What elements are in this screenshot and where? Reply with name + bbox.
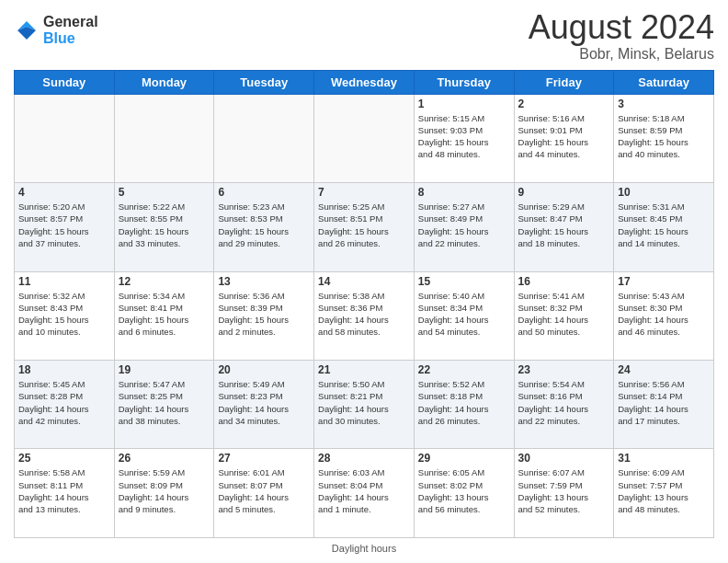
day-number: 29 xyxy=(418,452,510,465)
day-info: Sunrise: 5:54 AM Sunset: 8:16 PM Dayligh… xyxy=(518,378,610,427)
day-number: 10 xyxy=(618,186,710,199)
page: General Blue August 2024 Bobr, Minsk, Be… xyxy=(0,0,728,563)
footer: Daylight hours xyxy=(14,543,714,554)
calendar-day-header: Wednesday xyxy=(314,70,415,94)
day-number: 3 xyxy=(618,98,710,110)
calendar-cell: 5Sunrise: 5:22 AM Sunset: 8:55 PM Daylig… xyxy=(114,183,214,271)
day-info: Sunrise: 5:41 AM Sunset: 8:32 PM Dayligh… xyxy=(518,290,610,339)
day-info: Sunrise: 5:52 AM Sunset: 8:18 PM Dayligh… xyxy=(418,378,510,427)
day-number: 12 xyxy=(119,275,210,288)
calendar-cell: 10Sunrise: 5:31 AM Sunset: 8:45 PM Dayli… xyxy=(614,183,714,271)
day-info: Sunrise: 5:32 AM Sunset: 8:43 PM Dayligh… xyxy=(18,290,110,339)
calendar-cell: 20Sunrise: 5:49 AM Sunset: 8:23 PM Dayli… xyxy=(214,361,314,449)
day-number: 21 xyxy=(318,363,410,376)
calendar-cell: 15Sunrise: 5:40 AM Sunset: 8:34 PM Dayli… xyxy=(414,271,514,360)
day-number: 4 xyxy=(18,186,110,199)
calendar-cell: 12Sunrise: 5:34 AM Sunset: 8:41 PM Dayli… xyxy=(114,271,214,360)
calendar-cell: 1Sunrise: 5:15 AM Sunset: 9:03 PM Daylig… xyxy=(414,94,514,182)
day-info: Sunrise: 5:29 AM Sunset: 8:47 PM Dayligh… xyxy=(518,201,610,249)
day-info: Sunrise: 5:15 AM Sunset: 9:03 PM Dayligh… xyxy=(418,112,510,161)
calendar-table: SundayMondayTuesdayWednesdayThursdayFrid… xyxy=(14,70,714,538)
day-number: 11 xyxy=(18,275,110,288)
day-number: 6 xyxy=(218,186,310,199)
day-info: Sunrise: 5:16 AM Sunset: 9:01 PM Dayligh… xyxy=(518,112,610,161)
day-number: 18 xyxy=(18,363,110,376)
calendar-cell: 16Sunrise: 5:41 AM Sunset: 8:32 PM Dayli… xyxy=(514,271,614,360)
calendar-cell xyxy=(114,94,214,182)
subtitle: Bobr, Minsk, Belarus xyxy=(529,46,714,63)
day-number: 1 xyxy=(418,98,510,110)
calendar-header-row: SundayMondayTuesdayWednesdayThursdayFrid… xyxy=(15,70,714,94)
day-info: Sunrise: 5:43 AM Sunset: 8:30 PM Dayligh… xyxy=(618,290,710,339)
calendar-cell: 25Sunrise: 5:58 AM Sunset: 8:11 PM Dayli… xyxy=(15,449,115,538)
day-info: Sunrise: 6:03 AM Sunset: 8:04 PM Dayligh… xyxy=(318,466,410,515)
day-info: Sunrise: 5:34 AM Sunset: 8:41 PM Dayligh… xyxy=(119,290,210,339)
day-number: 2 xyxy=(518,98,610,110)
day-number: 30 xyxy=(518,452,610,465)
calendar-cell: 30Sunrise: 6:07 AM Sunset: 7:59 PM Dayli… xyxy=(514,449,614,538)
day-number: 15 xyxy=(418,275,510,288)
day-number: 26 xyxy=(119,452,210,465)
calendar-cell: 14Sunrise: 5:38 AM Sunset: 8:36 PM Dayli… xyxy=(314,271,415,360)
day-info: Sunrise: 5:31 AM Sunset: 8:45 PM Dayligh… xyxy=(618,201,710,249)
calendar-cell: 24Sunrise: 5:56 AM Sunset: 8:14 PM Dayli… xyxy=(614,361,714,449)
calendar-cell: 29Sunrise: 6:05 AM Sunset: 8:02 PM Dayli… xyxy=(414,449,514,538)
calendar-cell: 6Sunrise: 5:23 AM Sunset: 8:53 PM Daylig… xyxy=(214,183,314,271)
calendar-week-row: 4Sunrise: 5:20 AM Sunset: 8:57 PM Daylig… xyxy=(15,183,714,271)
day-info: Sunrise: 6:09 AM Sunset: 7:57 PM Dayligh… xyxy=(618,466,710,515)
calendar-day-header: Sunday xyxy=(15,70,115,94)
day-number: 5 xyxy=(119,186,210,199)
day-number: 20 xyxy=(218,363,310,376)
calendar-cell: 4Sunrise: 5:20 AM Sunset: 8:57 PM Daylig… xyxy=(15,183,115,271)
day-number: 27 xyxy=(218,452,310,465)
calendar-cell: 11Sunrise: 5:32 AM Sunset: 8:43 PM Dayli… xyxy=(15,271,115,360)
calendar-cell: 3Sunrise: 5:18 AM Sunset: 8:59 PM Daylig… xyxy=(614,94,714,182)
day-info: Sunrise: 5:47 AM Sunset: 8:25 PM Dayligh… xyxy=(119,378,210,427)
day-number: 9 xyxy=(518,186,610,199)
day-info: Sunrise: 5:18 AM Sunset: 8:59 PM Dayligh… xyxy=(618,112,710,161)
day-info: Sunrise: 5:45 AM Sunset: 8:28 PM Dayligh… xyxy=(18,378,110,427)
logo-text: General Blue xyxy=(43,14,98,47)
day-info: Sunrise: 5:25 AM Sunset: 8:51 PM Dayligh… xyxy=(318,201,410,249)
main-title: August 2024 xyxy=(529,9,714,46)
day-info: Sunrise: 5:22 AM Sunset: 8:55 PM Dayligh… xyxy=(119,201,210,249)
calendar-cell xyxy=(214,94,314,182)
calendar-cell: 28Sunrise: 6:03 AM Sunset: 8:04 PM Dayli… xyxy=(314,449,415,538)
calendar-cell xyxy=(314,94,415,182)
day-number: 7 xyxy=(318,186,410,199)
day-number: 17 xyxy=(618,275,710,288)
day-number: 19 xyxy=(119,363,210,376)
calendar-day-header: Tuesday xyxy=(214,70,314,94)
calendar-cell: 19Sunrise: 5:47 AM Sunset: 8:25 PM Dayli… xyxy=(114,361,214,449)
calendar-week-row: 25Sunrise: 5:58 AM Sunset: 8:11 PM Dayli… xyxy=(15,449,714,538)
calendar-cell: 7Sunrise: 5:25 AM Sunset: 8:51 PM Daylig… xyxy=(314,183,415,271)
day-number: 31 xyxy=(618,452,710,465)
calendar-day-header: Saturday xyxy=(614,70,714,94)
header: General Blue August 2024 Bobr, Minsk, Be… xyxy=(14,9,714,63)
day-info: Sunrise: 6:07 AM Sunset: 7:59 PM Dayligh… xyxy=(518,466,610,515)
calendar-cell: 9Sunrise: 5:29 AM Sunset: 8:47 PM Daylig… xyxy=(514,183,614,271)
calendar-cell xyxy=(15,94,115,182)
day-info: Sunrise: 5:36 AM Sunset: 8:39 PM Dayligh… xyxy=(218,290,310,339)
day-info: Sunrise: 5:49 AM Sunset: 8:23 PM Dayligh… xyxy=(218,378,310,427)
day-info: Sunrise: 5:50 AM Sunset: 8:21 PM Dayligh… xyxy=(318,378,410,427)
day-info: Sunrise: 5:20 AM Sunset: 8:57 PM Dayligh… xyxy=(18,201,110,249)
day-info: Sunrise: 5:23 AM Sunset: 8:53 PM Dayligh… xyxy=(218,201,310,249)
calendar-cell: 31Sunrise: 6:09 AM Sunset: 7:57 PM Dayli… xyxy=(614,449,714,538)
calendar-week-row: 11Sunrise: 5:32 AM Sunset: 8:43 PM Dayli… xyxy=(15,271,714,360)
day-number: 16 xyxy=(518,275,610,288)
day-number: 8 xyxy=(418,186,510,199)
calendar-day-header: Friday xyxy=(514,70,614,94)
day-info: Sunrise: 5:40 AM Sunset: 8:34 PM Dayligh… xyxy=(418,290,510,339)
day-info: Sunrise: 5:56 AM Sunset: 8:14 PM Dayligh… xyxy=(618,378,710,427)
day-number: 25 xyxy=(18,452,110,465)
day-number: 13 xyxy=(218,275,310,288)
day-info: Sunrise: 5:38 AM Sunset: 8:36 PM Dayligh… xyxy=(318,290,410,339)
day-number: 28 xyxy=(318,452,410,465)
calendar-week-row: 18Sunrise: 5:45 AM Sunset: 8:28 PM Dayli… xyxy=(15,361,714,449)
calendar-cell: 22Sunrise: 5:52 AM Sunset: 8:18 PM Dayli… xyxy=(414,361,514,449)
day-info: Sunrise: 5:59 AM Sunset: 8:09 PM Dayligh… xyxy=(119,466,210,515)
calendar-week-row: 1Sunrise: 5:15 AM Sunset: 9:03 PM Daylig… xyxy=(15,94,714,182)
calendar-cell: 8Sunrise: 5:27 AM Sunset: 8:49 PM Daylig… xyxy=(414,183,514,271)
day-info: Sunrise: 5:27 AM Sunset: 8:49 PM Dayligh… xyxy=(418,201,510,249)
